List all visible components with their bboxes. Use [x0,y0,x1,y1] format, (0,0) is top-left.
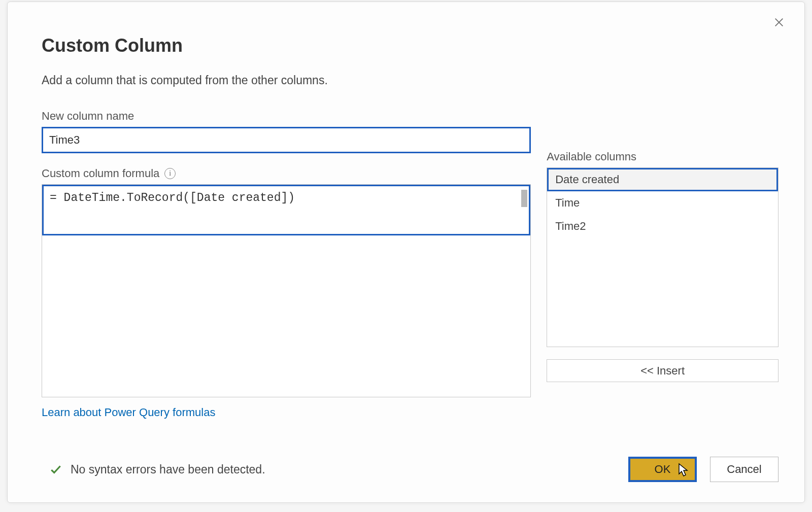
cursor-icon [678,463,690,478]
available-item-time[interactable]: Time [547,191,778,215]
info-icon[interactable]: i [164,168,176,179]
available-columns-list[interactable]: Date created Time Time2 [547,167,779,347]
check-icon [49,463,62,476]
close-icon [773,17,785,28]
cancel-button[interactable]: Cancel [710,457,779,482]
available-item-date-created[interactable]: Date created [547,168,778,191]
available-columns-label: Available columns [547,150,779,163]
left-column: New column name Custom column formula i … [42,110,531,419]
column-name-input[interactable] [42,127,531,153]
formula-label: Custom column formula i [42,167,531,180]
dialog-title: Custom Column [42,35,779,56]
button-row: OK Cancel [628,457,779,482]
formula-input[interactable]: = DateTime.ToRecord([Date created]) [42,185,530,397]
close-button[interactable] [770,13,788,31]
formula-label-text: Custom column formula [42,167,159,180]
available-item-time2[interactable]: Time2 [547,215,778,238]
column-name-label: New column name [42,110,531,123]
dialog-subtitle: Add a column that is computed from the o… [42,74,779,87]
ok-button-label: OK [655,463,671,476]
dialog-footer: No syntax errors have been detected. OK … [49,457,779,482]
formula-editor[interactable]: = DateTime.ToRecord([Date created]) [42,184,531,397]
insert-button[interactable]: << Insert [547,359,779,382]
status-message: No syntax errors have been detected. [49,463,265,476]
status-text: No syntax errors have been detected. [71,463,265,476]
scrollbar-thumb[interactable] [521,190,527,207]
right-column: Available columns Date created Time Time… [547,110,779,419]
learn-link[interactable]: Learn about Power Query formulas [42,406,531,419]
ok-button[interactable]: OK [628,457,697,482]
custom-column-dialog: Custom Column Add a column that is compu… [7,2,805,503]
